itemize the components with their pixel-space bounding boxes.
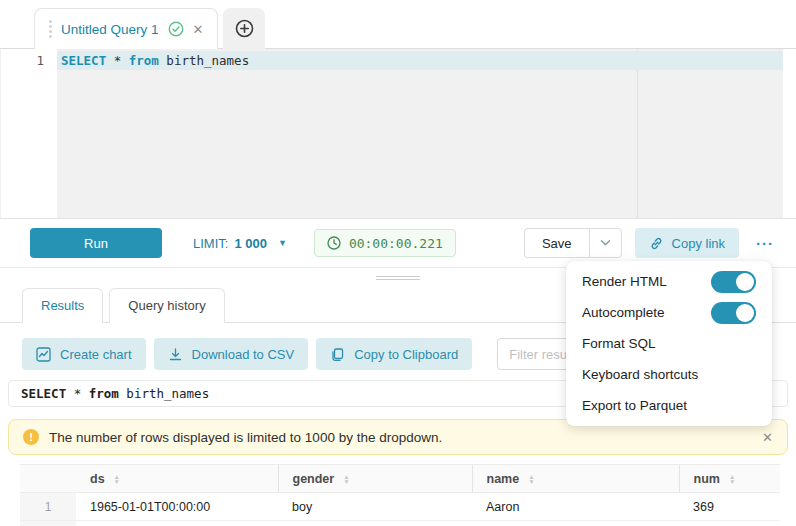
chart-icon (36, 347, 51, 362)
toggle-knob (736, 304, 754, 322)
column-header-num[interactable]: num▲▼ (679, 465, 780, 493)
line-number: 1 (36, 53, 44, 68)
toggle-knob (736, 273, 754, 291)
autocomplete-toggle[interactable] (711, 302, 756, 324)
alert-text: The number of rows displayed is limited … (49, 430, 442, 445)
menu-item-render-html[interactable]: Render HTML (566, 266, 772, 297)
caret-down-icon: ▼ (278, 238, 287, 248)
tab-query-history[interactable]: Query history (109, 288, 224, 323)
copy-link-button[interactable]: Copy link (635, 228, 739, 258)
save-options-button[interactable] (589, 228, 622, 258)
row-number (20, 521, 76, 526)
query-success-icon (168, 21, 184, 37)
run-button[interactable]: Run (30, 228, 162, 258)
results-table: ds▲▼ gender▲▼ name▲▼ num▲▼ 1 1965-01-01T… (20, 464, 780, 526)
editor-options-menu: Render HTML Autocomplete Format SQL Keyb… (566, 261, 772, 426)
clipboard-icon (330, 347, 345, 362)
sort-icon[interactable]: ▲▼ (729, 474, 735, 484)
sql-editor[interactable]: 1 SELECT * from birth_names (0, 49, 796, 218)
menu-item-label: Autocomplete (582, 305, 665, 320)
sql-text: * (106, 53, 129, 68)
table-row (20, 521, 780, 526)
tab-results[interactable]: Results (22, 288, 103, 323)
query-timer: 00:00:00.221 (314, 229, 456, 257)
column-header-gender[interactable]: gender▲▼ (278, 465, 472, 493)
cell-gender: boy (278, 493, 472, 521)
clock-icon (327, 236, 341, 250)
menu-item-label: Render HTML (582, 274, 667, 289)
sql-keyword: SELECT (61, 53, 106, 68)
cell-name: Aaron (472, 493, 679, 521)
cell-ds (76, 521, 278, 526)
query-tab-bar: Untitled Query 1 ✕ (0, 0, 796, 49)
close-tab-icon[interactable]: ✕ (193, 23, 204, 36)
menu-item-keyboard-shortcuts[interactable]: Keyboard shortcuts (566, 359, 772, 390)
menu-item-autocomplete[interactable]: Autocomplete (566, 297, 772, 328)
limit-value: 1 000 (234, 236, 267, 251)
drag-grip-icon[interactable] (49, 20, 52, 38)
create-chart-label: Create chart (60, 347, 132, 362)
sql-keyword: from (89, 386, 119, 401)
sql-text: birth_names (159, 53, 249, 68)
tab-untitled-query[interactable]: Untitled Query 1 ✕ (34, 8, 218, 49)
sql-text: * (66, 386, 89, 401)
menu-item-export-parquet[interactable]: Export to Parquet (566, 390, 772, 421)
sort-icon[interactable]: ▲▼ (343, 474, 349, 484)
cell-ds: 1965-01-01T00:00:00 (76, 493, 278, 521)
add-tab-button[interactable] (223, 8, 265, 49)
cell-num: 369 (679, 493, 780, 521)
warning-icon: ! (23, 429, 39, 445)
sql-keyword: SELECT (21, 386, 66, 401)
print-margin-line (637, 49, 638, 218)
cell-gender (278, 521, 472, 526)
plus-circle-icon (235, 19, 254, 38)
table-header-row: ds▲▼ gender▲▼ name▲▼ num▲▼ (20, 465, 780, 493)
copy-clipboard-button[interactable]: Copy to Clipboard (316, 338, 472, 370)
sql-keyword: from (129, 53, 159, 68)
row-number: 1 (20, 493, 76, 521)
chevron-down-icon (600, 239, 611, 247)
timer-value: 00:00:00.221 (349, 236, 443, 251)
sort-icon[interactable]: ▲▼ (114, 474, 120, 484)
download-icon (168, 347, 183, 362)
download-csv-label: Download to CSV (192, 347, 295, 362)
menu-item-label: Export to Parquet (582, 398, 687, 413)
create-chart-button[interactable]: Create chart (22, 338, 146, 370)
editor-gutter: 1 (0, 49, 57, 218)
menu-item-label: Format SQL (582, 336, 656, 351)
save-split-button: Save (524, 228, 622, 258)
save-button[interactable]: Save (524, 228, 589, 258)
download-csv-button[interactable]: Download to CSV (154, 338, 309, 370)
menu-item-label: Keyboard shortcuts (582, 367, 698, 382)
column-header-name[interactable]: name▲▼ (472, 465, 679, 493)
alert-close-icon[interactable]: ✕ (762, 430, 773, 445)
tab-title: Untitled Query 1 (61, 22, 159, 37)
table-row: 1 1965-01-01T00:00:00 boy Aaron 369 (20, 493, 780, 521)
sql-text: birth_names (119, 386, 209, 401)
sql-code-line[interactable]: SELECT * from birth_names (57, 51, 783, 70)
menu-item-format-sql[interactable]: Format SQL (566, 328, 772, 359)
column-header-ds[interactable]: ds▲▼ (76, 465, 278, 493)
cell-name (472, 521, 679, 526)
copy-clipboard-label: Copy to Clipboard (354, 347, 458, 362)
limit-dropdown[interactable]: LIMIT: 1 000 ▼ (193, 236, 287, 251)
more-options-button[interactable]: ··· (756, 235, 774, 252)
cell-num (679, 521, 780, 526)
render-html-toggle[interactable] (711, 271, 756, 293)
sort-icon[interactable]: ▲▼ (528, 474, 534, 484)
copy-link-label: Copy link (672, 236, 725, 251)
editor-content[interactable]: SELECT * from birth_names (57, 49, 783, 218)
drag-handle-icon[interactable] (376, 274, 420, 282)
link-icon (649, 236, 664, 251)
rownum-header (20, 465, 76, 493)
limit-label: LIMIT: (193, 236, 228, 251)
